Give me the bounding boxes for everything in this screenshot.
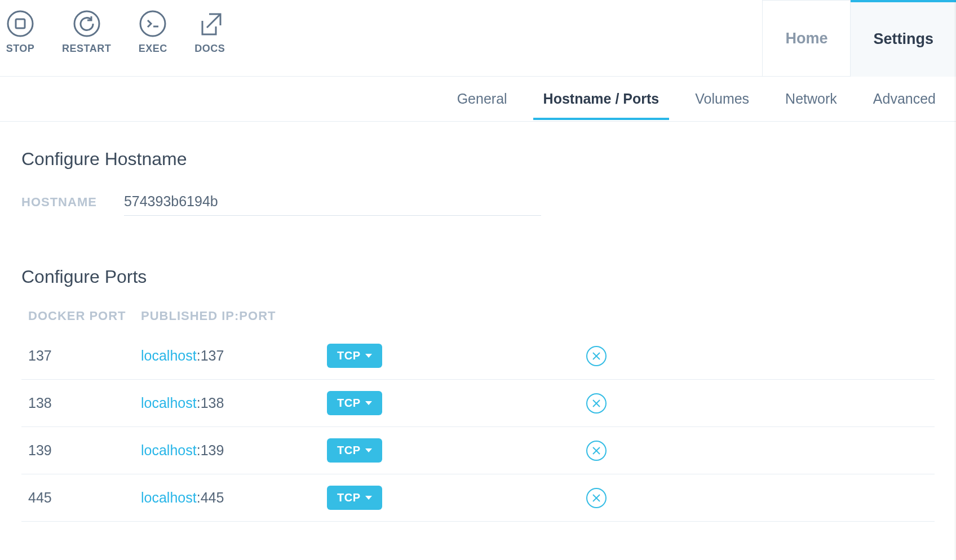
protocol-dropdown[interactable]: TCP (327, 344, 382, 368)
port-row: 138localhost:138TCP (21, 380, 935, 427)
top-toolbar: STOP RESTART EXEC (0, 0, 956, 77)
hostname-row: HOSTNAME (21, 191, 935, 216)
tab-home[interactable]: Home (762, 0, 851, 76)
subtab-hostname-ports[interactable]: Hostname / Ports (541, 78, 662, 119)
stop-button[interactable]: STOP (6, 9, 35, 55)
subtab-advanced[interactable]: Advanced (871, 78, 938, 119)
protocol-dropdown[interactable]: TCP (327, 391, 382, 415)
toolbar-left: STOP RESTART EXEC (0, 0, 231, 55)
docs-button[interactable]: DOCS (194, 9, 225, 55)
subtab-general[interactable]: General (455, 78, 510, 119)
svg-point-2 (74, 11, 99, 36)
subtab-hostname-label: Hostname / Ports (543, 91, 660, 106)
protocol-label: TCP (337, 349, 361, 362)
docker-port-value: 139 (28, 442, 141, 459)
exec-button[interactable]: EXEC (138, 9, 167, 55)
delete-port-button[interactable] (586, 441, 607, 461)
svg-rect-1 (16, 19, 25, 28)
port-row: 445localhost:445TCP (21, 474, 935, 522)
published-port-value: 445 (201, 490, 224, 505)
published-ip-port: localhost:445 (141, 490, 327, 506)
chevron-down-icon (365, 496, 372, 500)
restart-label: RESTART (62, 43, 111, 55)
hostname-field-label: HOSTNAME (21, 195, 97, 210)
exec-icon (138, 9, 167, 38)
settings-content: Configure Hostname HOSTNAME Configure Po… (0, 122, 956, 522)
host-port-separator: : (197, 490, 201, 505)
host-port-separator: : (197, 348, 201, 363)
subtab-general-label: General (457, 91, 507, 106)
protocol-dropdown[interactable]: TCP (327, 486, 382, 510)
published-host-link[interactable]: localhost (141, 348, 197, 363)
subtab-network-label: Network (785, 91, 837, 106)
protocol-label: TCP (337, 491, 361, 504)
host-port-separator: : (197, 395, 201, 411)
subtab-network[interactable]: Network (783, 78, 839, 119)
chevron-down-icon (365, 448, 372, 452)
svg-line-5 (207, 14, 220, 28)
published-port-value: 137 (201, 348, 224, 363)
close-icon (591, 493, 601, 503)
hostname-input[interactable] (124, 191, 541, 216)
protocol-label: TCP (337, 444, 361, 457)
port-row: 137localhost:137TCP (21, 332, 935, 380)
chevron-down-icon (365, 401, 372, 405)
published-port-value: 138 (201, 395, 224, 411)
scrollbar[interactable] (954, 0, 956, 560)
published-port-value: 139 (201, 442, 224, 458)
ports-table-header: DOCKER PORT PUBLISHED IP:PORT (21, 309, 935, 332)
subtab-volumes-label: Volumes (695, 91, 749, 106)
published-ip-port: localhost:137 (141, 348, 327, 364)
svg-point-3 (140, 11, 165, 36)
published-ip-port: localhost:139 (141, 442, 327, 459)
docker-port-value: 137 (28, 348, 141, 364)
settings-subtabs: General Hostname / Ports Volumes Network… (0, 77, 956, 122)
top-nav: Home Settings (762, 0, 956, 76)
svg-point-0 (8, 11, 33, 36)
docs-label: DOCS (194, 43, 225, 55)
subtab-advanced-label: Advanced (873, 91, 936, 106)
published-ip-port: localhost:138 (141, 395, 327, 411)
tab-settings[interactable]: Settings (851, 0, 956, 76)
close-icon (591, 398, 601, 408)
restart-button[interactable]: RESTART (62, 9, 111, 55)
th-published: PUBLISHED IP:PORT (141, 309, 327, 323)
external-link-icon (195, 9, 224, 38)
tab-home-label: Home (785, 30, 827, 47)
section-configure-hostname: Configure Hostname (21, 149, 935, 170)
protocol-dropdown[interactable]: TCP (327, 438, 382, 463)
protocol-label: TCP (337, 397, 361, 410)
delete-port-button[interactable] (586, 393, 607, 414)
docker-port-value: 445 (28, 490, 141, 506)
delete-port-button[interactable] (586, 346, 607, 366)
chevron-down-icon (365, 354, 372, 358)
delete-port-button[interactable] (586, 488, 607, 508)
ports-table-body: 137localhost:137TCP138localhost:138TCP13… (21, 332, 935, 522)
stop-icon (6, 9, 35, 38)
stop-label: STOP (6, 43, 35, 55)
close-icon (591, 446, 601, 456)
subtab-volumes[interactable]: Volumes (693, 78, 751, 119)
published-host-link[interactable]: localhost (141, 490, 197, 505)
host-port-separator: : (197, 442, 201, 458)
docker-port-value: 138 (28, 395, 141, 411)
exec-label: EXEC (139, 43, 167, 55)
port-row: 139localhost:139TCP (21, 427, 935, 474)
section-configure-ports: Configure Ports (21, 266, 935, 287)
restart-icon (72, 9, 101, 38)
published-host-link[interactable]: localhost (141, 395, 197, 411)
close-icon (591, 351, 601, 361)
th-docker-port: DOCKER PORT (28, 309, 141, 323)
tab-settings-label: Settings (873, 30, 933, 48)
published-host-link[interactable]: localhost (141, 442, 197, 458)
